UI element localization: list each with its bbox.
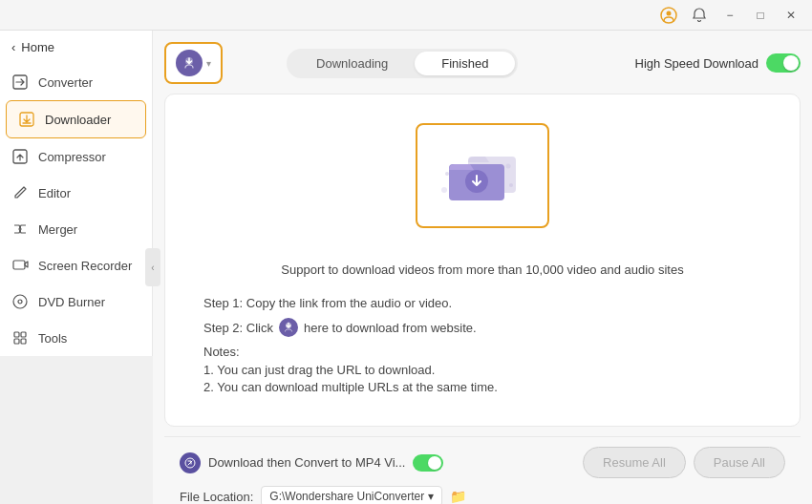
sidebar-item-screen-recorder[interactable]: Screen Recorder: [0, 247, 152, 284]
sidebar-item-dvd-burner[interactable]: DVD Burner: [0, 284, 152, 320]
folder-open-icon[interactable]: 📁: [450, 489, 466, 504]
merger-icon: [11, 220, 29, 238]
file-path-value: G:\Wondershare UniConverter: [269, 490, 424, 503]
convert-toggle[interactable]: [413, 454, 443, 472]
sidebar-item-tools[interactable]: Tools: [0, 320, 152, 356]
svg-rect-5: [13, 261, 25, 269]
notes-title: Notes:: [203, 345, 761, 359]
profile-icon[interactable]: [655, 2, 682, 29]
sidebar-item-editor[interactable]: Editor: [0, 175, 152, 211]
sidebar-item-merger[interactable]: Merger: [0, 211, 152, 247]
compressor-icon: [11, 148, 29, 165]
sidebar-item-downloader-label: Downloader: [45, 113, 111, 127]
bell-icon[interactable]: [686, 2, 713, 29]
action-buttons: Resume All Pause All: [583, 447, 785, 478]
step1-text: Step 1: Copy the link from the audio or …: [203, 296, 452, 310]
instructions: Step 1: Copy the link from the audio or …: [203, 296, 761, 397]
convert-icon: [180, 452, 201, 473]
folder-illustration: [416, 123, 549, 243]
sidebar-item-converter-label: Converter: [38, 75, 93, 90]
sidebar-item-compressor-label: Compressor: [38, 150, 106, 164]
bottom-row-1: Download then Convert to MP4 Vi... Resum…: [180, 447, 785, 478]
toolbar: ▾ Downloading Finished High Speed Downlo…: [164, 42, 801, 84]
high-speed-label: High Speed Download: [635, 56, 759, 71]
high-speed-toggle[interactable]: [766, 53, 801, 73]
note2: 2. You can download multiple URLs at the…: [203, 380, 761, 394]
note1: 1. You can just drag the URL to download…: [203, 363, 761, 377]
sidebar-item-tools-label: Tools: [38, 331, 67, 346]
convert-label: Download then Convert to MP4 Vi...: [208, 455, 405, 470]
sidebar-item-merger-label: Merger: [38, 222, 77, 237]
tab-finished[interactable]: Finished: [415, 52, 515, 75]
file-location-label: File Location:: [180, 490, 253, 504]
sidebar-wrapper: ‹ Home Converter: [0, 31, 153, 504]
support-text: Support to download videos from more tha…: [281, 262, 683, 277]
svg-point-1: [667, 10, 672, 15]
download-btn-icon: [176, 50, 203, 76]
app-body: ‹ Home Converter: [0, 31, 812, 504]
sidebar: ‹ Home Converter: [0, 31, 153, 356]
convert-toggle-row: Download then Convert to MP4 Vi...: [180, 452, 443, 473]
svg-point-16: [445, 172, 449, 176]
step1: Step 1: Copy the link from the audio or …: [203, 296, 761, 310]
titlebar-controls: − □ ✕: [655, 2, 804, 29]
sidebar-item-editor-label: Editor: [38, 186, 71, 200]
step2-icon: [279, 318, 298, 337]
tools-icon: [11, 329, 29, 346]
sidebar-item-compressor[interactable]: Compressor: [0, 138, 152, 175]
content-area: Support to download videos from more tha…: [164, 94, 801, 427]
file-path-dropdown-icon[interactable]: ▾: [428, 490, 434, 503]
sidebar-collapse-button[interactable]: ‹: [145, 248, 160, 286]
folder-icon-container: [416, 123, 549, 228]
bottom-bar: Download then Convert to MP4 Vi... Resum…: [164, 436, 801, 504]
svg-rect-9: [21, 332, 26, 337]
svg-point-19: [441, 187, 447, 193]
svg-rect-10: [14, 339, 19, 344]
file-path[interactable]: G:\Wondershare UniConverter ▾: [261, 486, 442, 504]
back-button[interactable]: ‹ Home: [0, 31, 152, 64]
sidebar-item-dvd-burner-label: DVD Burner: [38, 295, 105, 309]
svg-point-18: [509, 183, 513, 187]
close-button[interactable]: ✕: [778, 2, 804, 29]
main-content: ▾ Downloading Finished High Speed Downlo…: [153, 31, 812, 504]
pause-all-button[interactable]: Pause All: [694, 447, 785, 478]
download-btn-arrow-icon: ▾: [206, 58, 211, 69]
sidebar-item-screen-recorder-label: Screen Recorder: [38, 259, 132, 273]
toggle-knob: [783, 55, 799, 71]
step2-post: here to download from website.: [304, 321, 477, 335]
editor-icon: [11, 184, 29, 201]
svg-point-6: [13, 295, 27, 308]
file-location-row: File Location: G:\Wondershare UniConvert…: [180, 486, 785, 504]
svg-rect-8: [14, 332, 19, 337]
screen-recorder-icon: [11, 257, 29, 274]
resume-all-button[interactable]: Resume All: [583, 447, 686, 478]
convert-toggle-knob: [428, 456, 441, 470]
download-button[interactable]: ▾: [164, 42, 223, 84]
sidebar-item-converter[interactable]: Converter: [0, 64, 152, 100]
notes: Notes: 1. You can just drag the URL to d…: [203, 345, 761, 394]
tabs: Downloading Finished: [287, 49, 518, 78]
step2: Step 2: Click here to download from webs…: [203, 318, 761, 337]
back-label: Home: [21, 40, 54, 54]
titlebar: − □ ✕: [0, 0, 812, 31]
svg-point-7: [18, 300, 22, 304]
svg-rect-11: [21, 339, 26, 344]
minimize-button[interactable]: −: [716, 2, 743, 29]
back-chevron-icon: ‹: [11, 40, 15, 54]
step2-pre: Step 2: Click: [203, 321, 273, 335]
maximize-button[interactable]: □: [747, 2, 774, 29]
tab-downloading[interactable]: Downloading: [289, 52, 415, 75]
converter-icon: [11, 74, 29, 91]
downloader-icon: [18, 111, 35, 128]
high-speed-toggle-area: High Speed Download: [635, 53, 801, 73]
svg-point-17: [506, 164, 511, 169]
dvd-burner-icon: [11, 293, 29, 310]
sidebar-item-downloader[interactable]: Downloader: [6, 100, 146, 138]
